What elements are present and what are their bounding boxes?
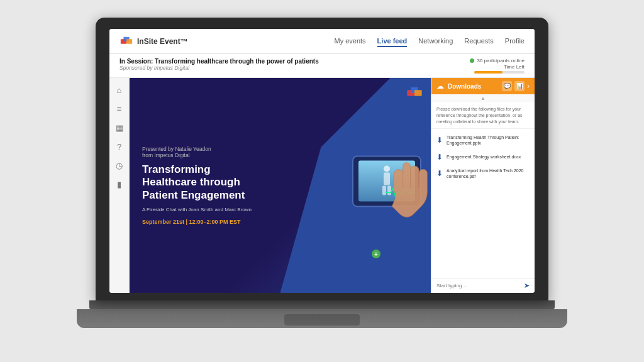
- sidebar-icons: ⌂ ≡ ▦ ? ◷ ▮: [109, 78, 130, 293]
- slide-inner: Presented by Natalie Yeadon from Impetus…: [130, 78, 431, 293]
- file-download-icon-2: ⬇: [436, 153, 443, 162]
- online-indicator: [470, 58, 474, 63]
- calendar-icon[interactable]: ▦: [114, 122, 125, 133]
- nav-links: My events Live feed Networking Requests …: [201, 36, 525, 47]
- home-icon[interactable]: ⌂: [114, 84, 125, 96]
- svg-rect-12: [414, 90, 422, 96]
- chat-input-area: ➤: [431, 278, 535, 293]
- session-bar: In Session: Transforming healthcare thro…: [109, 54, 535, 78]
- add-icon[interactable]: +: [372, 250, 380, 258]
- file-name-2: Engagement Strategy worksheet.docx: [447, 154, 521, 160]
- file-item-2[interactable]: ⬇ Engagement Strategy worksheet.docx: [431, 150, 535, 165]
- screen-bezel: InSite Event™ My events Live feed Networ…: [96, 18, 548, 300]
- downloads-panel: ☁ Downloads 💬 📊 › ▲: [431, 78, 535, 293]
- downloads-cloud-icon: ☁: [436, 82, 444, 90]
- panel-next-button[interactable]: ›: [527, 82, 530, 90]
- nav-profile[interactable]: Profile: [505, 36, 525, 47]
- nav-live-feed[interactable]: Live feed: [377, 36, 408, 47]
- laptop-trackpad: [284, 314, 360, 326]
- logo-icon: [119, 35, 133, 48]
- menu-icon[interactable]: ≡: [114, 103, 125, 114]
- laptop-screen: InSite Event™ My events Live feed Networ…: [109, 29, 535, 293]
- panel-title: Downloads: [448, 83, 498, 90]
- svg-rect-2: [126, 39, 132, 43]
- presentation-slide: Presented by Natalie Yeadon from Impetus…: [130, 78, 431, 293]
- clock-icon[interactable]: ◷: [114, 160, 125, 171]
- time-left-label: Time Left: [504, 64, 525, 70]
- session-sponsor: Sponsored by Impetus Digital: [119, 65, 319, 71]
- laptop-hinge: [89, 300, 555, 309]
- slide-title: Transforming Healthcare through Patient …: [142, 163, 418, 202]
- participants-info: 30 participants online Time Left: [470, 58, 525, 74]
- panel-header: ☁ Downloads 💬 📊 ›: [431, 78, 535, 94]
- file-list: ⬇ Transforming Health Through Patient En…: [431, 129, 535, 278]
- chat-send-button[interactable]: ➤: [524, 282, 530, 290]
- slide-subtitle: A Fireside Chat with Joan Smith and Marc…: [142, 207, 418, 212]
- panel-description: Please download the following files for …: [431, 102, 535, 129]
- file-download-icon-1: ⬇: [436, 136, 443, 145]
- chart-bar-icon[interactable]: ▮: [114, 178, 125, 190]
- app-logo: InSite Event™: [119, 35, 188, 48]
- file-download-icon-3: ⬇: [436, 169, 443, 178]
- file-name-1: Transforming Health Through Patient Enga…: [447, 134, 530, 146]
- content-area: Presented by Natalie Yeadon from Impetus…: [130, 78, 535, 293]
- file-item-3[interactable]: ⬇ Analytical report from Health Tech 202…: [431, 165, 535, 182]
- slide-presenter: Presented by Natalie Yeadon from Impetus…: [142, 146, 418, 158]
- chat-tab-button[interactable]: 💬: [502, 81, 512, 91]
- file-name-3: Analytical report from Health Tech 2020 …: [447, 168, 530, 179]
- question-icon[interactable]: ?: [114, 141, 125, 152]
- laptop-container: InSite Event™ My events Live feed Networ…: [77, 18, 567, 344]
- slide-brand-icon: [406, 84, 423, 104]
- chat-input[interactable]: [436, 283, 521, 288]
- slide-date: September 21st | 12:00–2:00 PM EST: [142, 219, 418, 225]
- participants-count: 30 participants online: [470, 58, 525, 63]
- logo-text: InSite Event™: [137, 37, 188, 46]
- nav-my-events[interactable]: My events: [334, 36, 365, 47]
- main-content: ⌂ ≡ ▦ ? ◷ ▮ Presented by Natalie Yeadon …: [109, 78, 535, 293]
- file-item-1[interactable]: ⬇ Transforming Health Through Patient En…: [431, 131, 535, 149]
- participants-text: 30 participants online: [477, 58, 525, 63]
- panel-tab-actions: 💬 📊 ›: [502, 81, 530, 91]
- session-info: In Session: Transforming healthcare thro…: [119, 58, 319, 71]
- navbar: InSite Event™ My events Live feed Networ…: [109, 29, 535, 54]
- laptop-base: [77, 309, 567, 328]
- chart-tab-button[interactable]: 📊: [514, 81, 525, 91]
- nav-requests[interactable]: Requests: [464, 36, 493, 47]
- time-left-bar: [474, 71, 525, 74]
- time-left-fill: [474, 71, 502, 74]
- nav-networking[interactable]: Networking: [418, 36, 453, 47]
- scroll-up-indicator: ▲: [431, 94, 535, 102]
- session-title: In Session: Transforming healthcare thro…: [119, 58, 319, 65]
